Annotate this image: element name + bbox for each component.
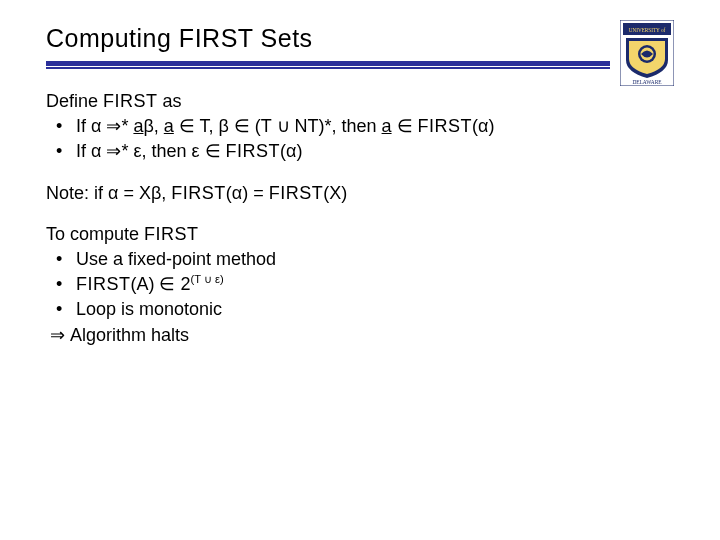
shield-icon: UNIVERSITY of DELAWARE: [620, 20, 674, 86]
note-text: Note: if α = Xβ,: [46, 183, 171, 203]
text: β,: [143, 116, 163, 136]
content: Define FIRST as If α ⇒* aβ, a ∈ T, β ∈ (…: [46, 89, 674, 348]
first-tt: FIRST: [226, 141, 281, 161]
implies-icon: ⇒: [50, 325, 70, 345]
text: Loop is monotonic: [76, 299, 222, 319]
compute-heading-pre: To compute: [46, 224, 144, 244]
text: Algorithm halts: [70, 325, 189, 345]
note-text: (X): [323, 183, 347, 203]
define-heading-pre: Define: [46, 91, 103, 111]
slide-title: Computing FIRST Sets: [46, 24, 610, 53]
text: (α): [472, 116, 494, 136]
list-item: If α ⇒* ε, then ε ∈ FIRST(α): [52, 139, 674, 164]
define-block: Define FIRST as If α ⇒* aβ, a ∈ T, β ∈ (…: [46, 89, 674, 165]
title-row: Computing FIRST Sets UNIVERSITY of DELAW…: [46, 24, 674, 89]
text: If α ⇒* ε, then ε ∈: [76, 141, 226, 161]
define-heading-tt: FIRST: [103, 91, 158, 111]
compute-bullets: Use a fixed-point method FIRST(A) ∈ 2(T …: [46, 247, 674, 323]
list-item: FIRST(A) ∈ 2(T ∪ ε): [52, 272, 674, 297]
first-tt: FIRST: [269, 183, 324, 203]
define-heading-post: as: [158, 91, 182, 111]
logo-top-text: UNIVERSITY of: [629, 27, 666, 33]
title-underline: [46, 61, 610, 71]
text: (α): [280, 141, 302, 161]
list-item: If α ⇒* aβ, a ∈ T, β ∈ (T ∪ NT)*, then a…: [52, 114, 674, 139]
superscript: (T ∪ ε): [191, 273, 224, 285]
text: If α ⇒*: [76, 116, 133, 136]
title-pre: Computing: [46, 24, 179, 52]
underline-a: a: [133, 116, 143, 136]
text: ∈ T, β ∈ (T ∪ NT)*, then: [174, 116, 382, 136]
underline-a: a: [382, 116, 392, 136]
compute-heading-tt: FIRST: [144, 224, 199, 244]
define-heading: Define FIRST as: [46, 89, 674, 114]
title-block: Computing FIRST Sets: [46, 24, 610, 89]
text: Use a fixed-point method: [76, 249, 276, 269]
list-item: Loop is monotonic: [52, 297, 674, 322]
slide: Computing FIRST Sets UNIVERSITY of DELAW…: [0, 0, 720, 348]
define-bullets: If α ⇒* aβ, a ∈ T, β ∈ (T ∪ NT)*, then a…: [46, 114, 674, 164]
note-block: Note: if α = Xβ, FIRST(α) = FIRST(X): [46, 181, 674, 206]
title-post: Sets: [253, 24, 312, 52]
compute-heading: To compute FIRST: [46, 222, 674, 247]
text: (A) ∈ 2: [131, 274, 191, 294]
title-tt: FIRST: [179, 24, 253, 52]
note-text: (α) =: [226, 183, 269, 203]
text: ∈: [392, 116, 418, 136]
list-item: Use a fixed-point method: [52, 247, 674, 272]
first-tt: FIRST: [418, 116, 473, 136]
first-tt: FIRST: [76, 274, 131, 294]
compute-block: To compute FIRST Use a fixed-point metho…: [46, 222, 674, 348]
university-logo: UNIVERSITY of DELAWARE: [620, 20, 674, 86]
first-tt: FIRST: [171, 183, 226, 203]
implies-line: ⇒ Algorithm halts: [46, 323, 674, 348]
underline-a: a: [164, 116, 174, 136]
logo-bottom-text: DELAWARE: [632, 79, 662, 85]
